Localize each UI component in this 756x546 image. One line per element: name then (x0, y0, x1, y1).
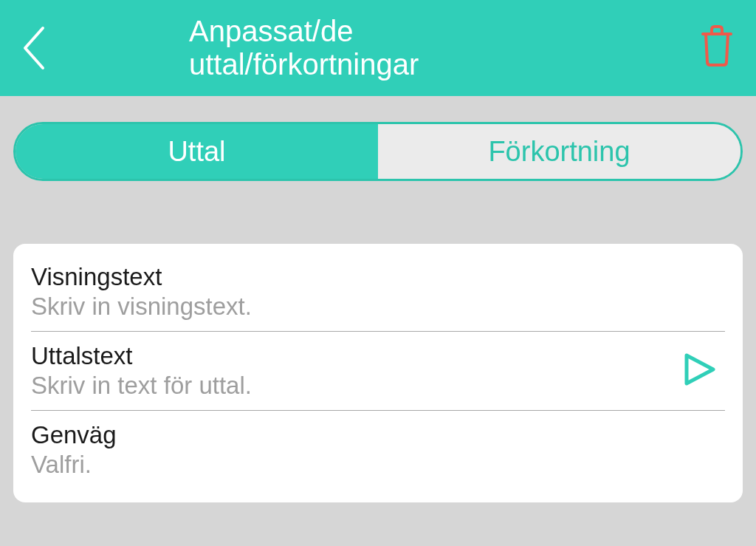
back-button[interactable] (21, 22, 58, 74)
pronunciation-text-field[interactable]: Uttalstext Skriv in text för uttal. (31, 332, 725, 411)
tab-selector: Uttal Förkortning (13, 122, 743, 181)
play-button[interactable] (682, 352, 718, 389)
pronunciation-text-placeholder: Skriv in text för uttal. (31, 372, 725, 400)
trash-icon (698, 25, 735, 68)
display-text-placeholder: Skriv in visningstext. (31, 293, 725, 321)
page-title: Anpassat/de uttal/förkortningar (189, 15, 567, 81)
display-text-label: Visningstext (31, 263, 725, 291)
form-card: Visningstext Skriv in visningstext. Utta… (13, 244, 743, 502)
shortcut-placeholder: Valfri. (31, 451, 725, 479)
tab-abbreviation[interactable]: Förkortning (378, 124, 740, 179)
app-header: Anpassat/de uttal/förkortningar (0, 0, 756, 96)
play-icon (682, 352, 718, 386)
tab-pronunciation[interactable]: Uttal (16, 124, 378, 179)
delete-button[interactable] (698, 25, 735, 71)
shortcut-field[interactable]: Genväg Valfri. (31, 411, 725, 489)
display-text-field[interactable]: Visningstext Skriv in visningstext. (31, 253, 725, 332)
shortcut-label: Genväg (31, 421, 725, 449)
chevron-left-icon (21, 25, 46, 71)
pronunciation-text-label: Uttalstext (31, 342, 725, 370)
